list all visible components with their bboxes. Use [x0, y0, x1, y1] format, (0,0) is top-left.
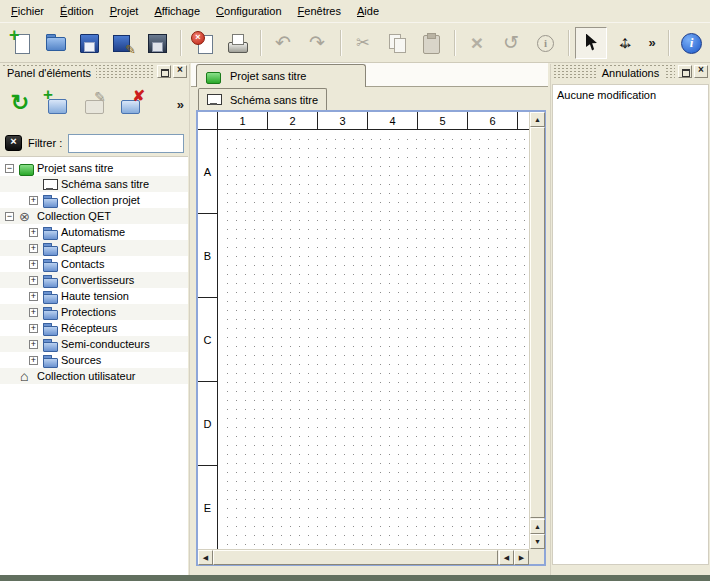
menu-aide[interactable]: Aide: [349, 2, 387, 20]
tree-item-capteurs[interactable]: + Capteurs: [0, 240, 188, 256]
scroll-up-button[interactable]: [530, 112, 545, 127]
new-element-button[interactable]: [42, 88, 72, 118]
tree-item-collection-utilisateur[interactable]: Collection utilisateur: [0, 368, 188, 384]
cut-button[interactable]: [347, 27, 379, 59]
scroll-left-button[interactable]: [499, 550, 514, 565]
tree-item-label: Récepteurs: [61, 322, 117, 334]
expand-icon[interactable]: +: [29, 308, 38, 317]
expand-icon[interactable]: +: [29, 340, 38, 349]
toolbar-overflow-button[interactable]: »: [643, 27, 661, 59]
reload-collections-button[interactable]: [5, 88, 35, 118]
close-file-button[interactable]: [187, 27, 219, 59]
main-toolbar: »: [0, 22, 710, 63]
collapse-icon[interactable]: −: [5, 212, 14, 221]
tree-item-automatisme[interactable]: + Automatisme: [0, 224, 188, 240]
paste-button[interactable]: [415, 27, 447, 59]
elements-overflow-button[interactable]: »: [177, 97, 184, 112]
tree-item-collection-projet[interactable]: + Collection projet: [0, 192, 188, 208]
diagram-tab[interactable]: Schéma sans titre: [198, 88, 327, 110]
info-icon: [533, 31, 557, 55]
undo-list-item[interactable]: Aucune modification: [557, 87, 704, 103]
rotate-button[interactable]: [495, 27, 527, 59]
float-panel-button[interactable]: [157, 65, 171, 78]
tree-item-recepteurs[interactable]: + Récepteurs: [0, 320, 188, 336]
tree-item-label: Projet sans titre: [37, 162, 113, 174]
cut-icon: [351, 31, 375, 55]
scroll-right-button[interactable]: [514, 550, 529, 565]
menu-fenetres[interactable]: Fenêtres: [290, 2, 349, 20]
row-header: A: [198, 130, 217, 214]
folder-icon: [43, 354, 57, 367]
scrollbar-corner: [529, 549, 544, 564]
expand-icon[interactable]: +: [29, 228, 38, 237]
qelectrotech-window: Fichier Édition Projet Affichage Configu…: [0, 0, 710, 581]
edit-element-button[interactable]: [79, 88, 109, 118]
tree-item-diagram[interactable]: Schéma sans titre: [0, 176, 188, 192]
horizontal-scroll-thumb[interactable]: [213, 550, 498, 565]
tree-item-protections[interactable]: + Protections: [0, 304, 188, 320]
tree-item-label: Automatisme: [61, 226, 125, 238]
tree-item-contacts[interactable]: + Contacts: [0, 256, 188, 272]
project-tab[interactable]: Projet sans titre: [196, 64, 366, 87]
clear-filter-button[interactable]: [5, 135, 22, 151]
save-button[interactable]: [73, 27, 105, 59]
copy-button[interactable]: [381, 27, 413, 59]
column-header: 2: [268, 112, 318, 129]
window-bottom-edge: [0, 575, 710, 581]
close-panel-button[interactable]: [173, 65, 187, 78]
about-button[interactable]: [675, 27, 707, 59]
undo-button[interactable]: [267, 27, 299, 59]
diagram-view[interactable]: 1 2 3 4 5 6 A B C D E: [196, 110, 546, 566]
expand-icon[interactable]: +: [29, 196, 38, 205]
delete-button[interactable]: [461, 27, 493, 59]
vertical-scroll-thumb[interactable]: [530, 127, 545, 518]
scroll-left-button[interactable]: [198, 550, 213, 565]
close-file-icon: [191, 31, 215, 55]
print-button[interactable]: [221, 27, 253, 59]
tree-item-label: Schéma sans titre: [61, 178, 149, 190]
expand-icon[interactable]: +: [29, 356, 38, 365]
expand-icon[interactable]: +: [29, 324, 38, 333]
folder-icon: [43, 226, 57, 239]
save-as-button[interactable]: [107, 27, 139, 59]
tree-item-label: Collection utilisateur: [37, 370, 135, 382]
tree-item-convertisseurs[interactable]: + Convertisseurs: [0, 272, 188, 288]
tree-item-project[interactable]: − Projet sans titre: [0, 160, 188, 176]
float-panel-button[interactable]: [678, 65, 692, 78]
vertical-scrollbar[interactable]: [529, 112, 544, 549]
undo-panel-titlebar[interactable]: Annulations: [553, 65, 708, 80]
menu-affichage[interactable]: Affichage: [146, 2, 208, 20]
filter-input[interactable]: [68, 134, 184, 153]
move-tool-button[interactable]: [609, 27, 641, 59]
delete-element-button[interactable]: [116, 88, 146, 118]
info-button[interactable]: [529, 27, 561, 59]
tree-item-label: Convertisseurs: [61, 274, 134, 286]
tree-item-semi-conducteurs[interactable]: + Semi-conducteurs: [0, 336, 188, 352]
tree-item-haute-tension[interactable]: + Haute tension: [0, 288, 188, 304]
expand-icon[interactable]: +: [29, 292, 38, 301]
scroll-down-button[interactable]: [530, 534, 545, 549]
collapse-icon[interactable]: −: [5, 164, 14, 173]
menu-fichier[interactable]: Fichier: [3, 2, 52, 20]
select-tool-button[interactable]: [575, 27, 607, 59]
tree-item-sources[interactable]: + Sources: [0, 352, 188, 368]
diagram-canvas[interactable]: [219, 131, 529, 549]
horizontal-scrollbar[interactable]: [198, 549, 529, 564]
scroll-up-button[interactable]: [530, 519, 545, 534]
expand-icon[interactable]: +: [29, 276, 38, 285]
expand-icon[interactable]: +: [29, 244, 38, 253]
open-project-button[interactable]: [39, 27, 71, 59]
home-icon: [19, 370, 33, 383]
elements-panel-titlebar[interactable]: Panel d'éléments: [2, 65, 187, 80]
copy-icon: [385, 31, 409, 55]
tree-item-collection-qet[interactable]: − Collection QET: [0, 208, 188, 224]
menu-projet[interactable]: Projet: [102, 2, 147, 20]
redo-button[interactable]: [301, 27, 333, 59]
save-all-button[interactable]: [141, 27, 173, 59]
project-window: Schéma sans titre 1 2 3 4 5 6 A B: [196, 88, 546, 566]
menu-edition[interactable]: Édition: [52, 2, 102, 20]
close-panel-button[interactable]: [694, 65, 708, 78]
expand-icon[interactable]: +: [29, 260, 38, 269]
menu-configuration[interactable]: Configuration: [208, 2, 289, 20]
new-document-button[interactable]: [5, 27, 37, 59]
